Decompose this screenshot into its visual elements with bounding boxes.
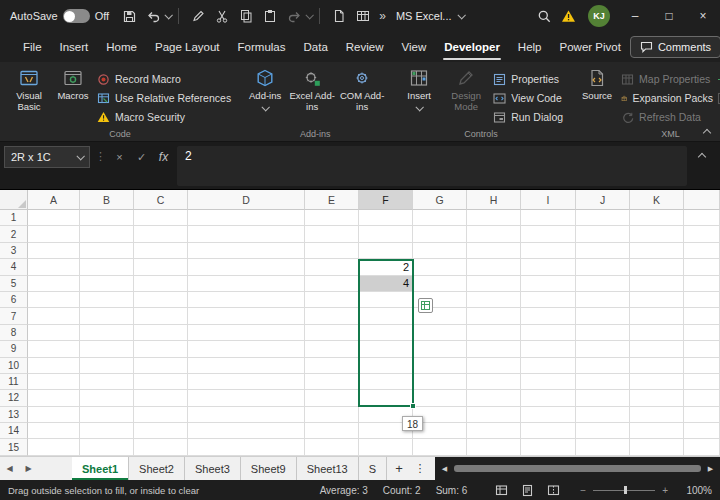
cell-H13[interactable] <box>467 407 521 423</box>
sheet-tab-menu-button[interactable]: ⋮ <box>411 457 429 480</box>
cell-D7[interactable] <box>188 308 305 324</box>
zoom-level[interactable]: 100% <box>680 485 712 496</box>
cell-E12[interactable] <box>305 390 359 406</box>
column-header-I[interactable]: I <box>521 190 576 210</box>
autosave-toggle[interactable]: AutoSave Off <box>10 9 109 23</box>
cell-E1[interactable] <box>305 210 359 226</box>
cell-D6[interactable] <box>188 292 305 308</box>
sheet-tab-sheet13[interactable]: Sheet13 <box>297 457 359 480</box>
menu-tab-formulas[interactable]: Formulas <box>229 32 295 62</box>
autosave-switch[interactable] <box>63 9 90 23</box>
cell-H5[interactable] <box>467 276 521 292</box>
cell-I3[interactable] <box>521 243 576 259</box>
add-ins-button[interactable]: Add-ins <box>245 66 285 111</box>
search-button[interactable] <box>532 3 556 29</box>
cell-B15[interactable] <box>80 439 134 455</box>
cell-C13[interactable] <box>134 407 188 423</box>
cell-A10[interactable] <box>28 358 80 374</box>
cell-K4[interactable] <box>630 259 684 275</box>
cell-E3[interactable] <box>305 243 359 259</box>
cell-K7[interactable] <box>630 308 684 324</box>
column-header-D[interactable]: D <box>188 190 305 210</box>
properties-button[interactable]: Properties <box>493 72 563 86</box>
cell-G5[interactable] <box>413 276 467 292</box>
cell-H4[interactable] <box>467 259 521 275</box>
cell-B3[interactable] <box>80 243 134 259</box>
cell-I2[interactable] <box>521 226 576 242</box>
row-header-9[interactable]: 9 <box>0 341 28 357</box>
sheet-nav-next-button[interactable]: ▶ <box>19 457 38 480</box>
cell-B4[interactable] <box>80 259 134 275</box>
cell-J9[interactable] <box>576 341 630 357</box>
column-header-A[interactable]: A <box>28 190 80 210</box>
menu-tab-data[interactable]: Data <box>295 32 337 62</box>
row-header-5[interactable]: 5 <box>0 276 28 292</box>
cell-G9[interactable] <box>413 341 467 357</box>
cell-D12[interactable] <box>188 390 305 406</box>
new-file-button[interactable] <box>327 3 351 29</box>
menu-tab-view[interactable]: View <box>393 32 436 62</box>
undo-button[interactable] <box>141 3 165 29</box>
row-header-4[interactable]: 4 <box>0 259 28 275</box>
cell-B14[interactable] <box>80 423 134 439</box>
cell-B1[interactable] <box>80 210 134 226</box>
cell-H14[interactable] <box>467 423 521 439</box>
cell-K9[interactable] <box>630 341 684 357</box>
new-sheet-button[interactable]: + <box>387 457 411 480</box>
cell-H10[interactable] <box>467 358 521 374</box>
sheet-tab-sheet2[interactable]: Sheet2 <box>129 457 185 480</box>
cell-B13[interactable] <box>80 407 134 423</box>
cell-C11[interactable] <box>134 374 188 390</box>
cell-I5[interactable] <box>521 276 576 292</box>
cell-H1[interactable] <box>467 210 521 226</box>
cell-C10[interactable] <box>134 358 188 374</box>
cell-G3[interactable] <box>413 243 467 259</box>
quick-analysis-button[interactable] <box>418 298 433 313</box>
cell-E14[interactable] <box>305 423 359 439</box>
cell-I15[interactable] <box>521 439 576 455</box>
cell-D1[interactable] <box>188 210 305 226</box>
cell-C15[interactable] <box>134 439 188 455</box>
cell-D3[interactable] <box>188 243 305 259</box>
row-header-7[interactable]: 7 <box>0 308 28 324</box>
cell-E10[interactable] <box>305 358 359 374</box>
sheet-nav-prev-button[interactable]: ◀ <box>0 457 19 480</box>
column-header-G[interactable]: G <box>413 190 467 210</box>
cell-G2[interactable] <box>413 226 467 242</box>
cell-C3[interactable] <box>134 243 188 259</box>
cell-E15[interactable] <box>305 439 359 455</box>
cell-E9[interactable] <box>305 341 359 357</box>
record-macro-button[interactable]: Record Macro <box>97 72 231 86</box>
cell-A4[interactable] <box>28 259 80 275</box>
menu-tab-review[interactable]: Review <box>337 32 393 62</box>
cell-K14[interactable] <box>630 423 684 439</box>
cell-D15[interactable] <box>188 439 305 455</box>
menu-tab-developer[interactable]: Developer <box>435 32 509 62</box>
cell-A13[interactable] <box>28 407 80 423</box>
cell-I6[interactable] <box>521 292 576 308</box>
collapse-formula-bar-button[interactable] <box>692 146 712 160</box>
status-average[interactable]: Average: 3 <box>320 485 368 496</box>
paste-button[interactable] <box>258 3 282 29</box>
minimize-button[interactable]: – <box>618 0 652 32</box>
cell-B12[interactable] <box>80 390 134 406</box>
row-header-11[interactable]: 11 <box>0 374 28 390</box>
draw-button[interactable] <box>186 3 210 29</box>
cell-J1[interactable] <box>576 210 630 226</box>
zoom-slider-thumb[interactable] <box>624 486 627 494</box>
column-header-E[interactable]: E <box>305 190 359 210</box>
cell-I14[interactable] <box>521 423 576 439</box>
cell-A1[interactable] <box>28 210 80 226</box>
cell-H12[interactable] <box>467 390 521 406</box>
cell-A2[interactable] <box>28 226 80 242</box>
cell-G1[interactable] <box>413 210 467 226</box>
cell-J7[interactable] <box>576 308 630 324</box>
sheet-tab-sheet9[interactable]: Sheet9 <box>241 457 297 480</box>
menu-tab-power-pivot[interactable]: Power Pivot <box>551 32 630 62</box>
cell-J14[interactable] <box>576 423 630 439</box>
cell-F1[interactable] <box>359 210 413 226</box>
cell-E6[interactable] <box>305 292 359 308</box>
cell-I13[interactable] <box>521 407 576 423</box>
cell-E7[interactable] <box>305 308 359 324</box>
cell-K2[interactable] <box>630 226 684 242</box>
